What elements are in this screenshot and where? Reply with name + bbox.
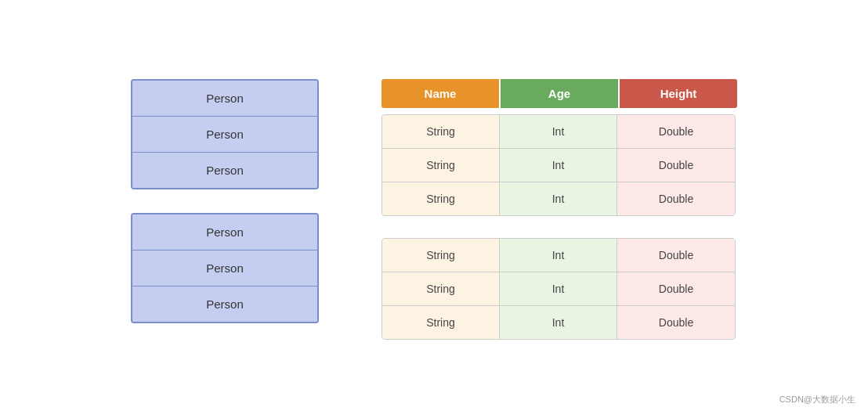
- list-item: Person: [132, 286, 317, 322]
- cell-age: Int: [500, 149, 617, 182]
- data-group-2: String Int Double String Int Double Stri…: [382, 238, 736, 340]
- cell-name: String: [382, 306, 500, 339]
- main-container: Person Person Person Person Person Perso…: [131, 79, 737, 340]
- table-row: String Int Double: [382, 306, 735, 339]
- cell-height: Double: [617, 115, 735, 148]
- header-height: Height: [620, 79, 737, 108]
- cell-height: Double: [617, 182, 735, 215]
- cell-height: Double: [617, 306, 735, 339]
- person-group-1: Person Person Person: [131, 79, 319, 189]
- cell-height: Double: [617, 149, 735, 182]
- list-item: Person: [132, 214, 317, 250]
- header-name: Name: [382, 79, 499, 108]
- list-item: Person: [132, 250, 317, 286]
- cell-name: String: [382, 115, 500, 148]
- cell-name: String: [382, 239, 500, 272]
- list-item: Person: [132, 153, 317, 188]
- cell-age: Int: [500, 239, 617, 272]
- cell-height: Double: [617, 239, 735, 272]
- data-group-1: String Int Double String Int Double Stri…: [382, 114, 736, 216]
- cell-name: String: [382, 149, 500, 182]
- watermark: CSDN@大数据小生: [779, 394, 855, 405]
- table-header: Name Age Height: [382, 79, 737, 108]
- cell-age: Int: [500, 272, 617, 305]
- table-row: String Int Double: [382, 182, 735, 215]
- header-age: Age: [501, 79, 618, 108]
- list-item: Person: [132, 81, 317, 117]
- cell-name: String: [382, 272, 500, 305]
- table-row: String Int Double: [382, 149, 735, 182]
- cell-age: Int: [500, 115, 617, 148]
- cell-name: String: [382, 182, 500, 215]
- cell-age: Int: [500, 306, 617, 339]
- table-row: String Int Double: [382, 272, 735, 306]
- left-side: Person Person Person Person Person Perso…: [131, 79, 319, 323]
- list-item: Person: [132, 117, 317, 153]
- right-side: Name Age Height String Int Double String…: [382, 79, 737, 340]
- cell-age: Int: [500, 182, 617, 215]
- table-row: String Int Double: [382, 239, 735, 272]
- person-group-2: Person Person Person: [131, 213, 319, 323]
- cell-height: Double: [617, 272, 735, 305]
- table-row: String Int Double: [382, 115, 735, 149]
